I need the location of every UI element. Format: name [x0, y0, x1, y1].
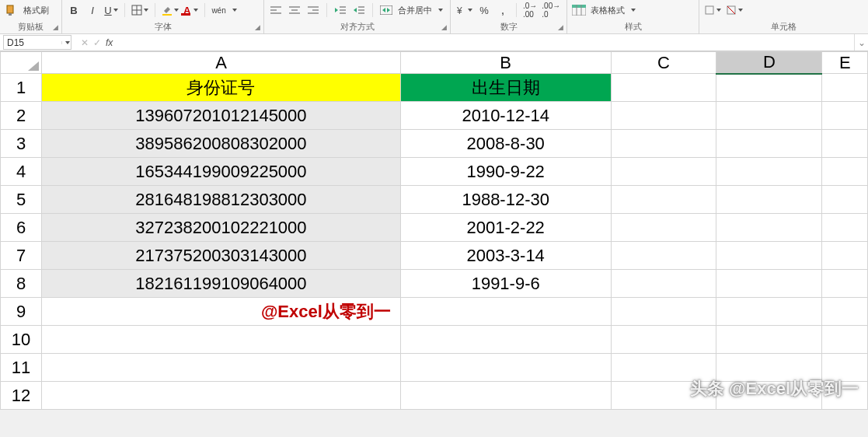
cell-C1[interactable]	[611, 74, 716, 102]
cell-D8[interactable]	[716, 270, 822, 298]
merge-dropdown-icon[interactable]	[438, 9, 443, 12]
cell-B7[interactable]: 2003-3-14	[400, 242, 611, 270]
formula-input[interactable]	[119, 34, 854, 51]
cell-D9[interactable]	[716, 298, 822, 326]
bold-button[interactable]: B	[67, 2, 81, 18]
border-button[interactable]	[131, 2, 148, 18]
cell-D7[interactable]	[716, 242, 822, 270]
cell-D12[interactable]	[716, 382, 822, 410]
number-dialog-launcher[interactable]: ◢	[556, 23, 565, 32]
cell-B9[interactable]	[400, 298, 611, 326]
name-box[interactable]	[3, 35, 71, 50]
enter-icon[interactable]: ✓	[93, 37, 101, 48]
row-header[interactable]: 1	[1, 74, 42, 102]
phonetic-button[interactable]: wén	[211, 2, 225, 18]
align-right-button[interactable]	[306, 2, 320, 18]
cell-B11[interactable]	[400, 354, 611, 382]
decrease-decimal-button[interactable]: .00→.0	[542, 2, 560, 18]
cell-C7[interactable]	[611, 242, 716, 270]
cell-C5[interactable]	[611, 186, 716, 214]
format-painter-button[interactable]	[5, 2, 19, 18]
insert-cells-button[interactable]	[704, 2, 721, 18]
fx-icon[interactable]: fx	[106, 37, 113, 48]
cell-C9[interactable]	[611, 298, 716, 326]
cell-B10[interactable]	[400, 326, 611, 354]
row-header[interactable]: 8	[1, 270, 42, 298]
cell-E3[interactable]	[822, 130, 868, 158]
cancel-icon[interactable]: ✕	[81, 37, 89, 48]
cell-E2[interactable]	[822, 102, 868, 130]
cell-E1[interactable]	[822, 74, 868, 102]
cell-B6[interactable]: 2001-2-22	[400, 214, 611, 242]
font-color-button[interactable]: A	[183, 2, 198, 18]
align-left-button[interactable]	[269, 2, 283, 18]
delete-cells-button[interactable]	[726, 2, 743, 18]
cell-C8[interactable]	[611, 270, 716, 298]
cell-C3[interactable]	[611, 130, 716, 158]
column-header-D[interactable]: D	[716, 52, 822, 74]
row-header[interactable]: 12	[1, 382, 42, 410]
row-header[interactable]: 6	[1, 214, 42, 242]
column-header-C[interactable]: C	[611, 52, 716, 74]
row-header[interactable]: 7	[1, 242, 42, 270]
cell-C6[interactable]	[611, 214, 716, 242]
cell-D10[interactable]	[716, 326, 822, 354]
cell-B12[interactable]	[400, 382, 611, 410]
column-header-B[interactable]: B	[400, 52, 611, 74]
underline-button[interactable]: U	[104, 2, 118, 18]
font-dialog-launcher[interactable]: ◢	[253, 23, 262, 32]
cell-B4[interactable]: 1990-9-22	[400, 158, 611, 186]
cell-C12[interactable]	[611, 382, 716, 410]
align-dialog-launcher[interactable]: ◢	[439, 23, 448, 32]
decrease-indent-button[interactable]	[333, 2, 347, 18]
cell-A3[interactable]: 389586200808302000	[42, 130, 401, 158]
cell-D5[interactable]	[716, 186, 822, 214]
cell-B8[interactable]: 1991-9-6	[400, 270, 611, 298]
percent-button[interactable]: %	[477, 2, 491, 18]
row-header[interactable]: 5	[1, 186, 42, 214]
row-header[interactable]: 4	[1, 158, 42, 186]
cell-A7[interactable]: 217375200303143000	[42, 242, 401, 270]
cell-E11[interactable]	[822, 354, 868, 382]
select-all-corner[interactable]	[1, 52, 42, 74]
cell-E10[interactable]	[822, 326, 868, 354]
row-header[interactable]: 3	[1, 130, 42, 158]
row-header[interactable]: 10	[1, 326, 42, 354]
align-center-button[interactable]	[288, 2, 302, 18]
cell-A4[interactable]: 165344199009225000	[42, 158, 401, 186]
cell-D3[interactable]	[716, 130, 822, 158]
currency-button[interactable]: ¥	[455, 2, 472, 18]
cell-B2[interactable]: 2010-12-14	[400, 102, 611, 130]
cell-C11[interactable]	[611, 354, 716, 382]
cell-A11[interactable]	[42, 354, 401, 382]
cell-E7[interactable]	[822, 242, 868, 270]
table-styles-button[interactable]	[572, 2, 586, 18]
cell-E6[interactable]	[822, 214, 868, 242]
cell-D1[interactable]	[716, 74, 822, 102]
cell-D11[interactable]	[716, 354, 822, 382]
clipboard-dialog-launcher[interactable]: ◢	[51, 23, 60, 32]
cell-E5[interactable]	[822, 186, 868, 214]
table-styles-dropdown-icon[interactable]	[631, 9, 636, 12]
increase-decimal-button[interactable]: .0→.00	[523, 2, 537, 18]
cell-D6[interactable]	[716, 214, 822, 242]
row-header[interactable]: 2	[1, 102, 42, 130]
cell-B3[interactable]: 2008-8-30	[400, 130, 611, 158]
cell-A6[interactable]: 327238200102221000	[42, 214, 401, 242]
cell-C10[interactable]	[611, 326, 716, 354]
merge-cells-button[interactable]	[379, 2, 393, 18]
cell-C2[interactable]	[611, 102, 716, 130]
cell-A10[interactable]	[42, 326, 401, 354]
column-header-A[interactable]: A	[42, 52, 401, 74]
cell-C4[interactable]	[611, 158, 716, 186]
cell-A8[interactable]: 182161199109064000	[42, 270, 401, 298]
comma-button[interactable]: ,	[496, 2, 510, 18]
cell-D4[interactable]	[716, 158, 822, 186]
cell-E9[interactable]	[822, 298, 868, 326]
cell-B1[interactable]: 出生日期	[400, 74, 611, 102]
cell-A9[interactable]: @Excel从零到一	[42, 298, 401, 326]
cell-E12[interactable]	[822, 382, 868, 410]
row-header[interactable]: 9	[1, 298, 42, 326]
name-box-dropdown[interactable]	[61, 41, 71, 44]
italic-button[interactable]: I	[85, 2, 99, 18]
